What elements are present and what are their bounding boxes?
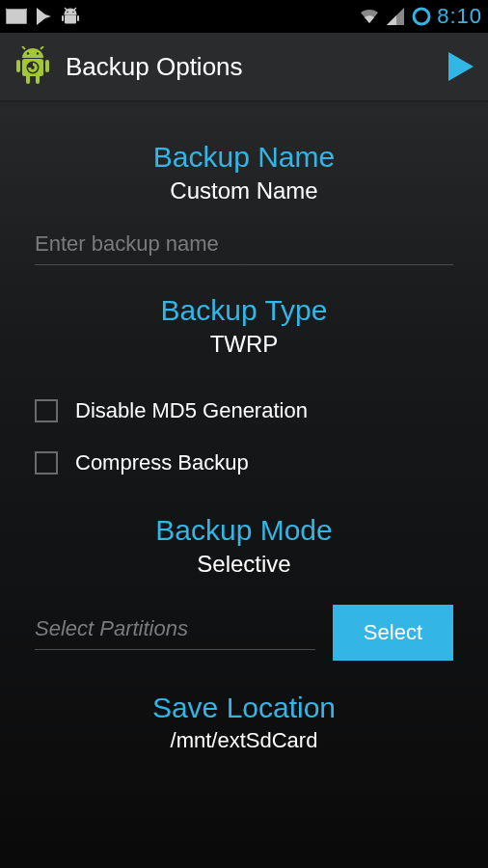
action-bar: Backup Options — [0, 33, 488, 102]
circle-icon — [411, 6, 432, 27]
partition-input[interactable] — [35, 616, 315, 641]
page-title: Backup Options — [66, 52, 444, 82]
backup-name-input-row[interactable] — [35, 231, 453, 265]
checkbox-row-compress[interactable]: Compress Backup — [35, 437, 453, 489]
svg-rect-13 — [26, 74, 30, 84]
backup-name-subtitle: Custom Name — [35, 177, 453, 204]
svg-rect-14 — [36, 74, 40, 84]
play-button[interactable] — [444, 49, 478, 84]
svg-rect-12 — [45, 60, 49, 72]
backup-type-subtitle: TWRP — [35, 331, 453, 358]
select-button[interactable]: Select — [333, 605, 453, 661]
checkbox-label-compress: Compress Backup — [75, 450, 249, 475]
svg-rect-4 — [77, 15, 79, 21]
backup-type-title: Backup Type — [35, 294, 453, 327]
save-location-path: /mnt/extSdCard — [35, 728, 453, 753]
svg-line-6 — [22, 46, 25, 49]
checkbox-icon[interactable] — [35, 451, 58, 475]
svg-line-7 — [41, 46, 43, 49]
svg-point-9 — [37, 52, 39, 54]
checkbox-label-md5: Disable MD5 Generation — [75, 398, 308, 423]
partition-input-row[interactable] — [35, 616, 315, 650]
svg-rect-3 — [62, 15, 64, 21]
status-time: 8:10 — [437, 4, 482, 29]
backup-mode-subtitle: Selective — [35, 551, 453, 578]
signal-icon — [385, 6, 406, 27]
android-icon — [60, 6, 81, 27]
play-store-icon — [33, 6, 54, 27]
content: Backup Name Custom Name Backup Type TWRP… — [0, 102, 488, 753]
wifi-icon — [359, 6, 380, 27]
gmail-icon — [6, 6, 27, 27]
checkbox-icon[interactable] — [35, 399, 58, 422]
save-location-title: Save Location — [35, 692, 453, 724]
app-android-icon — [14, 47, 52, 86]
svg-point-0 — [67, 12, 68, 13]
svg-point-8 — [27, 52, 29, 54]
svg-rect-11 — [16, 60, 20, 72]
svg-point-5 — [414, 9, 429, 24]
checkbox-row-md5[interactable]: Disable MD5 Generation — [35, 385, 453, 437]
svg-point-1 — [72, 12, 73, 13]
backup-mode-title: Backup Mode — [35, 514, 453, 547]
status-bar: 8:10 — [0, 0, 488, 33]
backup-name-input[interactable] — [35, 231, 453, 257]
backup-name-title: Backup Name — [35, 141, 453, 174]
svg-rect-2 — [65, 15, 76, 24]
